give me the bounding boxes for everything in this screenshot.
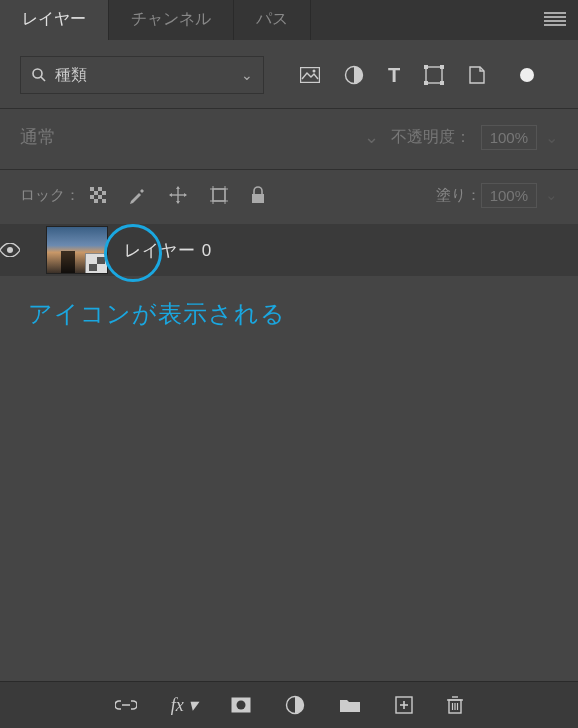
svg-rect-18 bbox=[102, 199, 106, 203]
filter-pixel-icon[interactable] bbox=[300, 67, 320, 83]
filter-smart-icon[interactable] bbox=[468, 65, 486, 85]
svg-rect-15 bbox=[90, 195, 94, 199]
bottom-toolbar: fx ▾ bbox=[0, 681, 578, 728]
adjustment-layer-icon[interactable] bbox=[285, 695, 305, 715]
lock-position-icon[interactable] bbox=[168, 185, 188, 205]
svg-rect-9 bbox=[440, 81, 444, 85]
svg-rect-14 bbox=[102, 191, 106, 195]
svg-rect-12 bbox=[98, 187, 102, 191]
svg-rect-17 bbox=[94, 199, 98, 203]
visibility-toggle[interactable] bbox=[0, 243, 46, 257]
filter-toggle[interactable] bbox=[520, 68, 534, 82]
filter-type-icon[interactable]: T bbox=[388, 64, 400, 87]
opacity-value[interactable]: 100% bbox=[481, 125, 537, 150]
svg-point-27 bbox=[7, 247, 13, 253]
filter-shape-icon[interactable] bbox=[424, 65, 444, 85]
svg-rect-6 bbox=[424, 65, 428, 69]
lock-row: ロック： 塗り： 100% ⌄ bbox=[0, 170, 578, 220]
svg-rect-11 bbox=[90, 187, 94, 191]
new-group-icon[interactable] bbox=[339, 697, 361, 713]
filter-icons: T bbox=[300, 64, 534, 87]
svg-point-0 bbox=[33, 69, 42, 78]
svg-point-3 bbox=[313, 70, 316, 73]
svg-rect-7 bbox=[440, 65, 444, 69]
layer-mask-icon[interactable] bbox=[231, 697, 251, 713]
lock-artboard-icon[interactable] bbox=[210, 186, 228, 204]
delete-layer-icon[interactable] bbox=[447, 696, 463, 714]
fill-value[interactable]: 100% bbox=[481, 183, 537, 208]
svg-line-1 bbox=[41, 77, 45, 81]
layer-list: レイヤー 0 アイコンが表示される bbox=[0, 224, 578, 352]
blend-mode-label: 通常 bbox=[20, 125, 56, 149]
chevron-down-icon[interactable]: ⌄ bbox=[545, 128, 558, 147]
link-layers-icon[interactable] bbox=[115, 699, 137, 711]
layer-style-icon[interactable]: fx ▾ bbox=[171, 694, 198, 716]
layer-thumbnail[interactable] bbox=[46, 226, 108, 274]
new-layer-icon[interactable] bbox=[395, 696, 413, 714]
tab-channels[interactable]: チャンネル bbox=[109, 0, 234, 40]
layer-name[interactable]: レイヤー 0 bbox=[124, 239, 212, 262]
lock-label: ロック： bbox=[20, 186, 80, 205]
filter-adjust-icon[interactable] bbox=[344, 65, 364, 85]
chevron-down-icon[interactable]: ⌄ bbox=[545, 186, 558, 204]
smart-object-icon bbox=[85, 253, 108, 274]
svg-point-29 bbox=[237, 701, 246, 710]
filter-type-select[interactable]: 種類 ⌄ bbox=[20, 56, 264, 94]
svg-rect-26 bbox=[252, 194, 264, 203]
svg-rect-8 bbox=[424, 81, 428, 85]
svg-rect-13 bbox=[94, 191, 98, 195]
svg-rect-21 bbox=[213, 189, 225, 201]
svg-rect-2 bbox=[301, 68, 320, 83]
layers-panel: レイヤー チャンネル パス 種類 ⌄ T bbox=[0, 0, 578, 728]
search-icon bbox=[31, 67, 47, 83]
chevron-down-icon: ⌄ bbox=[364, 126, 379, 148]
fill-label: 塗り： bbox=[436, 186, 481, 205]
chevron-down-icon: ⌄ bbox=[241, 67, 253, 83]
layer-row[interactable]: レイヤー 0 bbox=[0, 224, 578, 276]
svg-rect-16 bbox=[98, 195, 102, 199]
opacity-label: 不透明度： bbox=[391, 127, 471, 148]
blend-mode-select[interactable]: 通常 ⌄ bbox=[20, 125, 391, 149]
lock-paint-icon[interactable] bbox=[128, 186, 146, 204]
blend-row: 通常 ⌄ 不透明度： 100% ⌄ bbox=[0, 109, 578, 165]
panel-tabs: レイヤー チャンネル パス bbox=[0, 0, 578, 40]
tab-paths[interactable]: パス bbox=[234, 0, 311, 40]
panel-menu-icon[interactable] bbox=[544, 12, 566, 26]
tab-layers[interactable]: レイヤー bbox=[0, 0, 109, 40]
annotation-text: アイコンが表示される bbox=[0, 276, 578, 352]
filter-type-label: 種類 bbox=[55, 65, 241, 86]
filter-row: 種類 ⌄ T bbox=[0, 40, 578, 104]
lock-transparent-icon[interactable] bbox=[90, 187, 106, 203]
lock-all-icon[interactable] bbox=[250, 186, 266, 204]
svg-rect-5 bbox=[426, 67, 442, 83]
